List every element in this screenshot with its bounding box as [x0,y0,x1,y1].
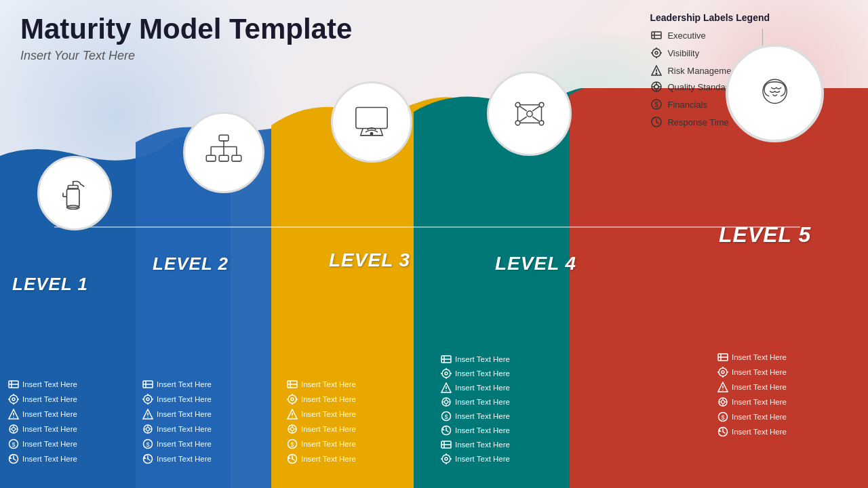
header: Maturity Model Template Insert Your Text… [20,14,352,63]
l1-item-6-text: Insert Text Here [22,455,77,463]
legend-visibility: Visibility [650,46,738,60]
level4-items: Insert Text Here Insert Text Here Insert… [441,354,510,464]
l1-item-4: Insert Text Here [8,424,77,434]
l5-item-2: Insert Text Here [717,367,787,378]
l1-item-4-text: Insert Text Here [22,425,77,433]
l3-item-1: Insert Text Here [287,379,356,390]
svg-rect-28 [219,135,229,141]
l1-item-6: Insert Text Here [8,453,77,464]
circle-level2 [183,112,264,193]
l2-item-5: Insert Text Here [142,439,212,449]
svg-rect-29 [206,155,216,161]
level1-items: Insert Text Here Insert Text Here Insert… [8,379,77,464]
svg-rect-30 [219,155,229,161]
l1-item-1: Insert Text Here [8,379,77,390]
response-icon [650,115,663,129]
l5-item-5: Insert Text Here [717,411,787,422]
l3-item-5: Insert Text Here [287,439,356,449]
level5-title: LEVEL 5 [719,222,811,247]
circle-level5 [726,44,824,142]
l1-item-5: Insert Text Here [8,439,77,449]
legend-title: Leadership Labels Legend [650,12,848,23]
l2-item-2: Insert Text Here [142,394,212,405]
quality-icon [650,80,663,94]
l4-item-1: Insert Text Here [441,354,510,365]
svg-point-41 [515,102,520,107]
l1-item-5-text: Insert Text Here [22,440,77,448]
risk-icon [650,64,663,77]
svg-rect-37 [356,108,387,129]
legend-left: Executive Visibility [650,28,738,77]
legend-response: Response Time [650,115,738,129]
executive-icon [650,28,663,42]
level3-items: Insert Text Here Insert Text Here Insert… [287,379,356,464]
svg-point-4 [655,52,658,54]
l5-item-4: Insert Text Here [717,396,787,407]
level1-title: LEVEL 1 [12,274,88,295]
svg-line-24 [81,184,85,187]
legend-visibility-label: Visibility [667,48,699,58]
level3-title: LEVEL 3 [329,249,410,271]
l4-item-3: Insert Text Here [441,382,510,393]
circle-level1 [37,156,112,230]
svg-line-48 [532,117,539,121]
l4-item-2: Insert Text Here [441,368,510,379]
l2-item-4: Insert Text Here [142,424,212,434]
svg-point-39 [370,132,372,134]
l3-item-4: Insert Text Here [287,424,356,434]
l1-item-2: Insert Text Here [8,394,77,405]
legend-response-label: Response Time [667,117,728,127]
l3-item-3: Insert Text Here [287,409,356,420]
legend-risk-label: Risk Management [667,66,738,76]
legend-risk: Risk Management [650,64,738,77]
financials-icon: $ [650,98,663,111]
visibility-icon [650,46,663,60]
svg-text:$: $ [655,101,659,108]
l4-item-8: Insert Text Here [441,453,510,464]
svg-line-45 [519,106,526,111]
l2-item-3: Insert Text Here [142,409,212,420]
svg-point-3 [652,49,660,57]
level4-title: LEVEL 4 [495,253,576,274]
svg-point-11 [656,73,658,75]
svg-point-43 [515,121,520,125]
svg-line-46 [532,106,539,111]
l5-item-1: Insert Text Here [717,352,787,363]
svg-point-40 [526,110,532,116]
l4-item-7: Insert Text Here [441,439,510,450]
l3-item-6: Insert Text Here [287,453,356,464]
legend-financials: $ Financials [650,98,738,111]
l1-item-1-text: Insert Text Here [22,380,77,388]
l4-item-5: Insert Text Here [441,411,510,422]
page-title: Maturity Model Template [20,14,352,45]
legend-executive: Executive [650,28,738,42]
l3-item-2: Insert Text Here [287,394,356,405]
svg-rect-31 [232,155,241,161]
circle-level3 [331,81,412,163]
l4-item-4: Insert Text Here [441,396,510,407]
l1-item-2-text: Insert Text Here [22,395,77,403]
l4-item-6: Insert Text Here [441,425,510,436]
level2-title: LEVEL 2 [153,253,229,274]
l2-item-6: Insert Text Here [142,453,212,464]
legend-financials-label: Financials [667,100,707,110]
page-subtitle: Insert Your Text Here [20,49,352,63]
svg-rect-21 [66,188,79,207]
svg-point-42 [539,102,544,107]
svg-line-47 [519,117,526,121]
svg-point-44 [539,121,544,125]
l5-item-3: Insert Text Here [717,382,787,392]
circle-level4 [487,71,572,156]
legend-executive-label: Executive [667,30,705,41]
svg-point-13 [654,85,658,89]
level5-items: Insert Text Here Insert Text Here Insert… [717,352,787,437]
l1-item-3: Insert Text Here [8,409,77,420]
l1-item-3-text: Insert Text Here [22,410,77,418]
level2-items: Insert Text Here Insert Text Here Insert… [142,379,212,464]
l2-item-1: Insert Text Here [142,379,212,390]
l5-item-6: Insert Text Here [717,426,787,437]
